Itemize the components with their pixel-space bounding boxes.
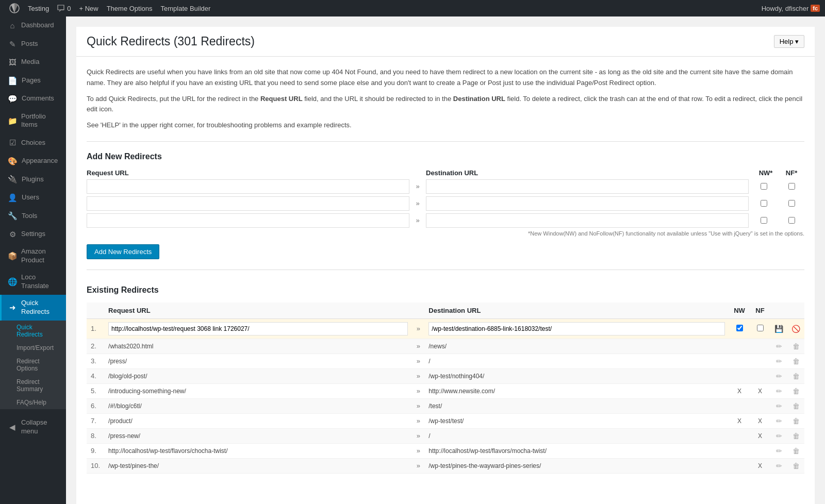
redirects-table-body: 1. » 💾 🚫 2. /whats2020.html » /news/ ✏ 🗑… (87, 318, 804, 473)
sidebar-item-settings[interactable]: ⚙ Settings (0, 225, 66, 244)
submenu-import-export[interactable]: Import/Export (0, 341, 66, 355)
edit-icon[interactable]: ✏ (776, 387, 782, 395)
delete-cell[interactable]: 🗑 (787, 443, 804, 458)
edit-icon[interactable]: ✏ (776, 342, 782, 350)
request-cell: http://localhost/wp-test/flavors/chocha-… (104, 443, 412, 458)
sidebar-item-users[interactable]: 👤 Users (0, 189, 66, 207)
submenu-redirect-options[interactable]: Redirect Options (0, 355, 66, 375)
delete-icon[interactable]: 🗑 (793, 342, 800, 350)
edit-icon[interactable]: ✏ (776, 402, 782, 410)
nf-checkbox-2[interactable] (788, 200, 795, 207)
users-icon: 👤 (8, 193, 18, 203)
nf-checkbox-1[interactable] (788, 183, 795, 190)
request-url-input-3[interactable] (87, 213, 409, 228)
nw-checkbox-1[interactable] (761, 183, 767, 190)
help-button[interactable]: Help ▾ (774, 35, 804, 48)
row-num: 7. (87, 413, 104, 428)
delete-icon[interactable]: 🗑 (793, 447, 800, 455)
nf-edit-checkbox[interactable] (757, 325, 764, 331)
wp-logo-icon[interactable] (5, 3, 24, 13)
destination-url-input-3[interactable] (426, 213, 749, 228)
sidebar-item-comments[interactable]: 💬 Comments (0, 90, 66, 108)
request-cell[interactable] (104, 318, 412, 339)
new-content[interactable]: + New (75, 5, 102, 12)
delete-icon[interactable]: 🗑 (793, 357, 800, 365)
edit-cell[interactable]: ✏ (770, 383, 787, 398)
col-arrow-header (412, 303, 424, 319)
dest-cell[interactable] (424, 318, 729, 339)
sidebar-item-loco-translate[interactable]: 🌐 Loco Translate (0, 269, 66, 295)
request-url-input-1[interactable] (87, 179, 409, 194)
cancel-cell[interactable]: 🚫 (787, 318, 804, 339)
submenu-faqs-help[interactable]: FAQs/Help (0, 396, 66, 409)
nf-cell: X (750, 458, 770, 473)
delete-cell[interactable]: 🗑 (787, 368, 804, 383)
sidebar-item-portfolio-items[interactable]: 📁 Portfolio Items (0, 108, 66, 134)
sidebar-item-appearance[interactable]: 🎨 Appearance (0, 152, 66, 171)
theme-options[interactable]: Theme Options (103, 5, 157, 12)
comment-count[interactable]: 0 (53, 5, 75, 12)
delete-icon[interactable]: 🗑 (793, 387, 800, 395)
plugins-icon: 🔌 (8, 174, 18, 184)
nw-edit-checkbox[interactable] (736, 325, 743, 331)
delete-icon[interactable]: 🗑 (793, 432, 800, 440)
cancel-icon[interactable]: 🚫 (791, 325, 800, 333)
edit-icon[interactable]: ✏ (776, 432, 782, 440)
delete-icon[interactable]: 🗑 (793, 417, 800, 425)
edit-icon[interactable]: ✏ (776, 357, 782, 365)
sidebar-item-pages[interactable]: 📄 Pages (0, 72, 66, 90)
add-new-redirects-button[interactable]: Add New Redirects (87, 244, 159, 259)
edit-cell[interactable]: ✏ (770, 398, 787, 413)
sidebar-item-choices[interactable]: ☑ Choices (0, 133, 66, 152)
edit-cell[interactable]: ✏ (770, 458, 787, 473)
delete-cell[interactable]: 🗑 (787, 398, 804, 413)
edit-icon[interactable]: ✏ (776, 462, 782, 470)
nw-checkbox-3[interactable] (761, 217, 767, 224)
edit-icon[interactable]: ✏ (776, 372, 782, 380)
destination-url-input-2[interactable] (426, 196, 749, 211)
sidebar-item-dashboard[interactable]: ⌂ Dashboard (0, 16, 66, 35)
nw-cell (729, 339, 750, 354)
collapse-menu[interactable]: ◀ Collapse menu (0, 414, 66, 440)
submenu-redirect-summary[interactable]: Redirect Summary (0, 375, 66, 396)
edit-cell[interactable]: ✏ (770, 428, 787, 443)
edit-icon[interactable]: ✏ (776, 417, 782, 425)
delete-icon[interactable]: 🗑 (793, 402, 800, 410)
nf-checkbox-3[interactable] (788, 217, 795, 224)
sidebar-item-amazon-product[interactable]: 📦 Amazon Product (0, 243, 66, 269)
save-icon[interactable]: 💾 (774, 325, 783, 333)
save-cell[interactable]: 💾 (770, 318, 787, 339)
sidebar-item-media[interactable]: 🖼 Media (0, 53, 66, 72)
sidebar-item-tools[interactable]: 🔧 Tools (0, 207, 66, 225)
row-num: 2. (87, 339, 104, 354)
request-url-input-2[interactable] (87, 196, 409, 211)
request-edit-input[interactable] (108, 322, 408, 335)
delete-cell[interactable]: 🗑 (787, 458, 804, 473)
delete-cell[interactable]: 🗑 (787, 413, 804, 428)
arrow-cell: » (412, 443, 424, 458)
pages-icon: 📄 (8, 76, 18, 86)
dest-edit-input[interactable] (428, 322, 725, 335)
delete-icon[interactable]: 🗑 (793, 372, 800, 380)
edit-cell[interactable]: ✏ (770, 368, 787, 383)
site-name[interactable]: Testing (24, 5, 53, 12)
edit-cell[interactable]: ✏ (770, 443, 787, 458)
template-builder[interactable]: Template Builder (157, 5, 215, 12)
delete-cell[interactable]: 🗑 (787, 383, 804, 398)
sidebar-item-posts[interactable]: ✎ Posts (0, 35, 66, 54)
submenu-quick-redirects[interactable]: Quick Redirects (0, 321, 66, 341)
edit-cell[interactable]: ✏ (770, 354, 787, 368)
nf-cell: X (750, 383, 770, 398)
delete-cell[interactable]: 🗑 (787, 428, 804, 443)
delete-cell[interactable]: 🗑 (787, 354, 804, 368)
edit-icon[interactable]: ✏ (776, 447, 782, 455)
delete-cell[interactable]: 🗑 (787, 339, 804, 354)
nw-checkbox-2[interactable] (761, 200, 767, 207)
edit-cell[interactable]: ✏ (770, 339, 787, 354)
destination-url-input-1[interactable] (426, 179, 749, 194)
sidebar-item-quick-redirects[interactable]: ➜ Quick Redirects (0, 295, 66, 321)
delete-icon[interactable]: 🗑 (793, 462, 800, 470)
row-num: 5. (87, 383, 104, 398)
edit-cell[interactable]: ✏ (770, 413, 787, 428)
sidebar-item-plugins[interactable]: 🔌 Plugins (0, 170, 66, 189)
